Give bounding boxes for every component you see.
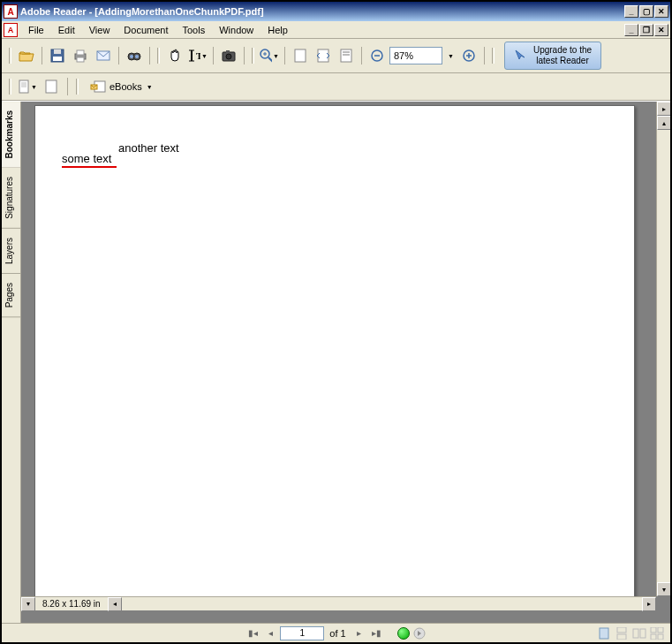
menu-file[interactable]: File [21,23,51,37]
toolbar-grip[interactable] [9,48,11,64]
upgrade-button[interactable]: Upgrade to the latest Reader [504,42,601,70]
menu-view[interactable]: View [82,23,117,37]
pdf-page: some text another text [34,105,635,596]
actual-size-button[interactable] [336,45,357,66]
page-navigation: ▮◂ ◂ of 1 ▸ ▸▮ [245,626,427,640]
text-block-2: another text [118,141,179,155]
dropdown-arrow-icon: ▼ [273,53,279,59]
tab-layers[interactable]: Layers [2,229,20,274]
toolbar-separator [149,47,150,64]
scroll-left-button[interactable]: ◂ [108,597,122,611]
svg-rect-31 [46,80,57,93]
svg-rect-41 [658,627,663,633]
svg-rect-2 [53,57,62,61]
statusbar: ▮◂ ◂ of 1 ▸ ▸▮ [2,623,670,642]
maximize-button[interactable]: ▢ [639,5,653,18]
page-icon [44,80,58,94]
menu-tools[interactable]: Tools [176,23,213,37]
first-page-button[interactable]: ▮◂ [245,626,260,640]
select-text-button[interactable]: T ▼ [187,45,208,66]
snapshot-button[interactable] [218,45,239,66]
collapse-button[interactable]: ▾ [21,597,35,611]
tab-signatures[interactable]: Signatures [2,168,20,229]
close-button[interactable]: ✕ [654,5,668,18]
view-mode-buttons [596,626,665,640]
open-button[interactable] [16,45,37,66]
zoom-dropdown-arrow[interactable]: ▼ [445,53,457,59]
continuous-button[interactable] [614,626,630,640]
text-underline [62,166,117,168]
search-button[interactable] [124,45,145,66]
email-button[interactable] [93,45,114,66]
menu-edit[interactable]: Edit [51,23,82,37]
toolbar-separator [213,47,214,64]
app-name: Adobe Reader [20,6,87,17]
zoom-in-button[interactable]: ▼ [259,45,280,66]
menu-document[interactable]: Document [117,23,175,37]
prev-view-button[interactable] [397,627,410,640]
zoom-input[interactable] [389,47,442,64]
svg-rect-21 [318,49,328,62]
toolbar-grip[interactable] [76,79,79,95]
reading-button[interactable] [41,76,62,97]
scroll-up-button[interactable]: ▴ [657,116,670,130]
tab-pages[interactable]: Pages [2,274,20,317]
howto-button[interactable]: ▼ [17,76,38,97]
next-view-button[interactable] [412,626,427,640]
fit-width-button[interactable] [313,45,334,66]
next-page-button[interactable]: ▸ [351,626,367,640]
mdi-minimize-button[interactable]: _ [624,24,638,36]
hand-icon [168,49,182,63]
save-button[interactable] [47,45,68,66]
facing-button[interactable] [631,626,647,640]
continuous-facing-icon [650,627,664,640]
toolbar-grip[interactable] [9,79,11,95]
menu-help[interactable]: Help [260,23,295,37]
prev-page-button[interactable]: ◂ [262,626,278,640]
ebooks-button[interactable]: eBooks ▼ [84,78,159,95]
ebooks-label: eBooks [109,81,142,92]
toolbar-grip[interactable] [157,48,160,64]
last-page-button[interactable]: ▸▮ [369,626,385,640]
menu-window[interactable]: Window [212,23,260,37]
pdf-icon: A [4,23,18,37]
toolbar-grip[interactable] [252,48,254,64]
minimize-button[interactable]: _ [624,5,638,18]
mdi-close-button[interactable]: ✕ [654,24,668,36]
mdi-controls: _ ❐ ✕ [624,24,670,36]
svg-rect-40 [651,627,656,633]
page-number-input[interactable] [280,626,324,640]
single-page-button[interactable] [596,626,612,640]
document-viewport[interactable]: some text another text [21,102,656,596]
fit-width-icon [316,49,330,63]
toolbar-separator [42,47,42,64]
tab-bookmarks[interactable]: Bookmarks [2,102,20,168]
svg-rect-4 [77,50,84,55]
dropdown-arrow-icon: ▼ [201,53,208,59]
print-button[interactable] [70,45,91,66]
minus-circle-icon [371,49,383,62]
hand-tool-button[interactable] [164,45,185,66]
zoom-out-button[interactable] [366,45,388,66]
svg-rect-1 [54,49,61,54]
envelope-icon [96,49,110,62]
continuous-icon [616,627,627,640]
scroll-track[interactable] [657,130,670,582]
continuous-facing-button[interactable] [649,626,665,640]
fit-page-button[interactable] [290,45,311,66]
window-controls: _ ▢ ✕ [624,5,668,18]
scroll-right-button[interactable]: ▸ [642,597,656,611]
secondary-toolbar: ▼ eBooks ▼ [2,73,670,101]
document-name: [AddingMorethanOneChunkPDF.pdf] [94,6,263,17]
vertical-scrollbar[interactable]: ▸ ▴ ▾ [656,102,670,596]
page-dimensions: 8.26 x 11.69 in [35,599,108,609]
zoom-in-circle-button[interactable] [458,45,479,66]
mdi-restore-button[interactable]: ❐ [639,24,653,36]
svg-rect-23 [343,51,350,53]
document-area: some text another text ▸ ▴ ▾ ▾ 8.26 x 11… [21,102,670,623]
scroll-right-split-button[interactable]: ▸ [657,102,670,116]
floppy-icon [50,49,64,63]
svg-rect-20 [295,49,306,62]
toolbar-grip[interactable] [492,48,495,64]
scroll-down-button[interactable]: ▾ [657,582,670,596]
